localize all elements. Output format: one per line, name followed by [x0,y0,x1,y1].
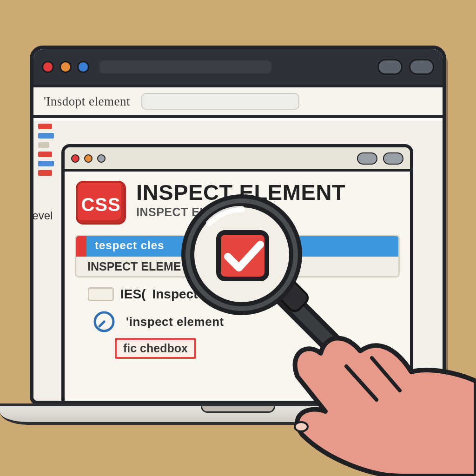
laptop-notch [201,406,275,413]
list-item[interactable]: 'inspect element [65,304,410,333]
code-chip [38,133,54,139]
code-chip [38,142,49,148]
code-chip [38,161,54,166]
selection-highlight: tespect cles [76,236,398,257]
close-dot-icon[interactable] [42,61,54,73]
code-chip [38,170,52,176]
close-dot-icon[interactable] [71,154,79,163]
svg-line-1 [99,322,104,326]
panel-subtitle: INSPECT ELEMEN [136,206,345,218]
tag-chip [88,287,114,301]
titlebar-pill-button[interactable] [409,59,434,75]
panel-control-dots [71,154,106,163]
selection-bottom-label: Inspect eleme [87,261,181,272]
browser-window: 'Insdopt element Devel CSS [30,46,446,404]
titlebar-pill-button[interactable] [377,59,403,75]
panel-right-controls [357,152,403,165]
row2-prefix: IES( [120,287,145,302]
row3-label: 'inspect element [126,315,224,329]
code-chip [38,152,52,157]
minimize-dot-icon[interactable] [84,154,93,163]
header-text-group: INSPECT ELEMENT INSPECT ELEMEN [136,181,345,218]
list-item[interactable]: IES( Inspect [65,278,410,304]
code-chip [38,124,52,129]
panel-pill-button[interactable] [357,152,377,165]
selection-top-label: tespect cles [95,239,164,252]
panel-pill-button[interactable] [383,152,403,165]
inspect-panel: CSS INSPECT ELEMENT INSPECT ELEMEN tespe… [61,144,413,404]
element-list: tespect cles Inspect eleme IES( Inspect … [65,235,410,359]
gutter-strip [38,124,57,176]
browser-titlebar [33,49,443,87]
panel-title: INSPECT ELEMENT [136,181,345,204]
minimize-dot-icon[interactable] [60,61,72,73]
window-control-dots [42,61,89,73]
clock-icon [93,310,116,333]
maximize-dot-icon[interactable] [77,61,89,73]
browser-toolbar: 'Insdopt element [33,87,443,118]
browser-tab[interactable] [99,60,271,73]
titlebar-right-controls [377,59,434,75]
address-label: 'Insdopt element [44,94,130,109]
laptop-base [0,403,476,425]
panel-header: CSS INSPECT ELEMENT INSPECT ELEMEN [65,172,410,228]
inspect-panel-titlebar [65,147,410,172]
checkbox-label[interactable]: fic chedbox [115,338,196,359]
selected-row[interactable]: tespect cles Inspect eleme [75,235,400,278]
neutral-dot-icon[interactable] [97,154,106,163]
address-input[interactable] [141,93,299,110]
developer-label: Devel [30,209,53,222]
css-badge-icon: CSS [76,181,126,225]
row2-main: Inspect [152,287,198,302]
